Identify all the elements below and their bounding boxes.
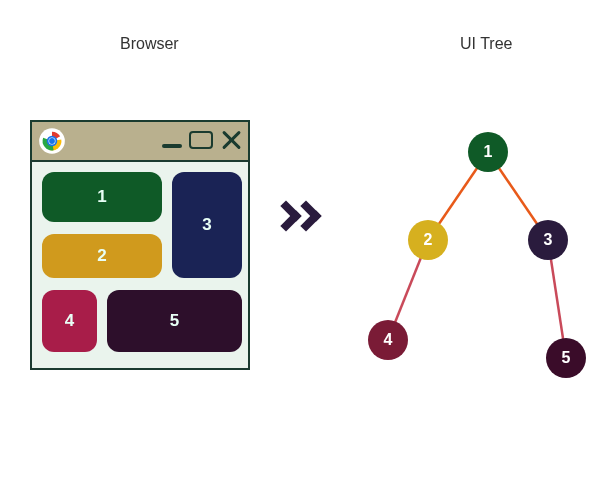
- ui-tree: 1 2 3 4 5: [350, 120, 600, 400]
- browser-content: 1 2 3 4 5: [32, 162, 248, 368]
- browser-window: 1 2 3 4 5: [30, 120, 250, 370]
- chrome-icon: [38, 127, 66, 155]
- tree-node-2: 2: [408, 220, 448, 260]
- maximize-icon[interactable]: [189, 131, 213, 149]
- browser-title: Browser: [120, 35, 179, 53]
- ui-block-3: 3: [172, 172, 242, 278]
- tree-node-1: 1: [468, 132, 508, 172]
- tree-node-3: 3: [528, 220, 568, 260]
- browser-titlebar: [32, 122, 248, 162]
- ui-block-4: 4: [42, 290, 97, 352]
- ui-block-1: 1: [42, 172, 162, 222]
- ui-block-2: 2: [42, 234, 162, 278]
- tree-title: UI Tree: [460, 35, 512, 53]
- close-icon[interactable]: [220, 129, 242, 151]
- window-controls: [162, 129, 242, 151]
- minimize-icon[interactable]: [162, 144, 182, 148]
- tree-node-5: 5: [546, 338, 586, 378]
- ui-block-5: 5: [107, 290, 242, 352]
- arrow-icon: [275, 205, 317, 231]
- svg-point-3: [49, 138, 55, 144]
- tree-node-4: 4: [368, 320, 408, 360]
